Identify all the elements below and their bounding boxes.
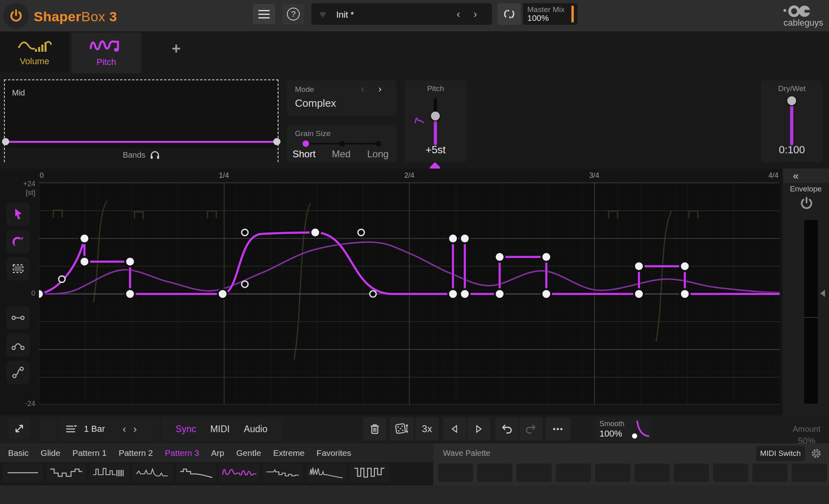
favorite-heart-icon[interactable]: ♥: [319, 8, 326, 21]
undo-button[interactable]: [495, 417, 518, 441]
mode-value[interactable]: Complex: [295, 97, 336, 110]
trigger-mode-audio[interactable]: Audio: [244, 424, 268, 435]
wave-thumb-6[interactable]: [219, 463, 260, 482]
preset-tab-gentle[interactable]: Gentle: [236, 448, 261, 458]
band-split-handle-right[interactable]: [273, 138, 280, 145]
curve-node[interactable]: [542, 289, 551, 299]
retrigger-loop-button[interactable]: [498, 3, 521, 25]
mode-next-chevron[interactable]: ›: [378, 83, 382, 95]
palette-slot-4[interactable]: [556, 463, 591, 482]
envelope-power-icon[interactable]: [799, 196, 814, 210]
grain-size-dot-med[interactable]: [339, 141, 345, 146]
drywet-slider-handle[interactable]: [787, 96, 796, 105]
preset-tab-basic[interactable]: Basic: [8, 448, 28, 458]
preset-tab-extreme[interactable]: Extreme: [273, 448, 305, 458]
curve-node[interactable]: [634, 289, 644, 299]
palette-slot-6[interactable]: [634, 463, 670, 482]
preset-tab-glide[interactable]: Glide: [41, 448, 60, 458]
cursor-tool-button[interactable]: [6, 203, 30, 226]
midi-switch-button[interactable]: MIDI Switch: [756, 446, 805, 461]
settings-gear-icon[interactable]: [810, 447, 823, 460]
preset-tab-arp[interactable]: Arp: [211, 448, 224, 458]
amount-indicator-triangle[interactable]: [820, 290, 825, 297]
pattern-list-icon[interactable]: [65, 423, 78, 435]
wave-thumb-2[interactable]: [46, 463, 86, 482]
prev-length-chevron[interactable]: ‹: [123, 423, 126, 435]
wave-thumb-1[interactable]: [3, 463, 43, 482]
grain-size-option-long[interactable]: Long: [367, 148, 388, 160]
nudge-right-button[interactable]: [467, 417, 490, 441]
wave-thumb-4[interactable]: [133, 463, 173, 482]
grain-size-dot-short[interactable]: [303, 140, 309, 147]
pitch-offset-value[interactable]: +5st: [426, 144, 446, 156]
preset-tab-pattern3[interactable]: Pattern 3: [165, 448, 199, 458]
curve-node[interactable]: [495, 289, 504, 299]
curve-node[interactable]: [495, 252, 504, 262]
curve-node[interactable]: [80, 257, 89, 266]
curve-node[interactable]: [448, 234, 458, 243]
curve-handle[interactable]: [358, 229, 364, 236]
clear-pattern-button[interactable]: [363, 417, 386, 441]
palette-slot-1[interactable]: [438, 463, 473, 482]
bypass-power-button[interactable]: [3, 3, 29, 28]
curve-handle[interactable]: [242, 281, 248, 287]
curve-node[interactable]: [125, 289, 135, 299]
curve-node[interactable]: [39, 289, 44, 299]
line-tool-button[interactable]: [6, 306, 30, 329]
pattern-slot-button[interactable]: [40, 417, 57, 441]
preset-name[interactable]: Init *: [336, 10, 354, 20]
curve-node[interactable]: [542, 252, 551, 262]
length-display[interactable]: 1 Bar: [84, 424, 105, 434]
wave-thumb-9[interactable]: [349, 463, 390, 482]
smooth-panel[interactable]: Smooth 100%: [595, 417, 652, 441]
next-length-chevron[interactable]: ›: [133, 423, 137, 435]
curve-node[interactable]: [448, 289, 458, 299]
mode-prev-chevron[interactable]: ‹: [361, 83, 364, 95]
curve-node[interactable]: [680, 289, 690, 299]
curve-node[interactable]: [311, 228, 320, 237]
fullscreen-button[interactable]: [9, 418, 30, 439]
curve-node[interactable]: [125, 257, 135, 266]
marquee-tool-button[interactable]: [6, 257, 30, 280]
band-split-editor[interactable]: Mid Bands: [4, 79, 278, 162]
preset-tab-favorites[interactable]: Favorites: [317, 448, 351, 458]
palette-slot-10[interactable]: [792, 463, 827, 482]
pitch-slider-handle[interactable]: [431, 112, 440, 120]
add-band-plus-icon[interactable]: +: [172, 40, 181, 57]
grain-size-option-short[interactable]: Short: [293, 148, 315, 160]
preset-tab-pattern1[interactable]: Pattern 1: [72, 448, 106, 458]
waveform-grid[interactable]: [39, 183, 780, 404]
tab-volume[interactable]: Volume: [0, 33, 69, 72]
palette-slot-7[interactable]: [674, 463, 709, 482]
wave-thumb-3[interactable]: [89, 463, 130, 482]
pitch-curve-canvas[interactable]: [39, 183, 780, 405]
grain-size-dot-long[interactable]: [376, 141, 381, 146]
trigger-mode-sync[interactable]: Sync: [176, 424, 196, 435]
palette-slot-5[interactable]: [595, 463, 630, 482]
palette-slot-8[interactable]: [713, 463, 748, 482]
snap-tool-button[interactable]: [6, 230, 30, 253]
curve-node[interactable]: [680, 261, 690, 271]
curve-node[interactable]: [460, 234, 469, 243]
curve-handle[interactable]: [242, 229, 248, 236]
palette-slot-2[interactable]: [477, 463, 512, 482]
curve-node[interactable]: [80, 234, 89, 243]
band-gain-line[interactable]: [5, 141, 278, 143]
wave-thumb-5[interactable]: [176, 463, 216, 482]
wave-thumb-8[interactable]: [306, 463, 346, 482]
nudge-left-button[interactable]: [443, 417, 466, 441]
main-menu-button[interactable]: [253, 4, 275, 24]
curve-handle[interactable]: [59, 276, 65, 282]
collapse-panel-button[interactable]: «: [783, 169, 829, 183]
more-options-button[interactable]: •••: [546, 417, 571, 441]
prev-preset-chevron[interactable]: ‹: [457, 8, 460, 20]
randomize-button[interactable]: [390, 417, 414, 441]
next-preset-chevron[interactable]: ›: [473, 8, 477, 20]
envelope-amount-slider[interactable]: [804, 220, 818, 404]
preset-tab-pattern2[interactable]: Pattern 2: [119, 448, 153, 458]
arc-tool-button[interactable]: [6, 333, 30, 357]
curve-node[interactable]: [218, 289, 228, 299]
grain-size-option-med[interactable]: Med: [332, 148, 351, 160]
curve-node[interactable]: [460, 289, 469, 299]
trigger-mode-midi[interactable]: MIDI: [210, 424, 230, 435]
